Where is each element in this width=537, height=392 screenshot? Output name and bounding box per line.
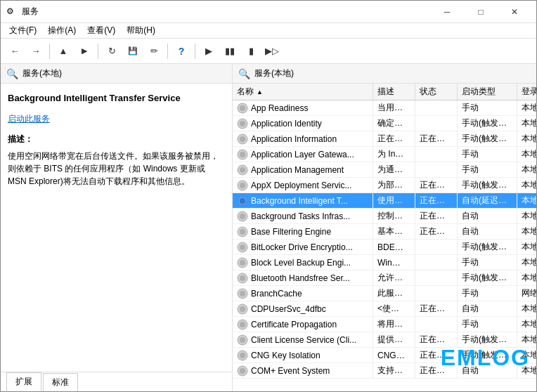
td-name: Application Management bbox=[233, 162, 373, 177]
table-row[interactable]: CDPUserSvc_4dfbc <使… 正在… 自动 本地系统 bbox=[233, 301, 536, 317]
content-area: 🔍 服务(本地) Background Intelligent Transfer… bbox=[1, 64, 536, 391]
service-icon bbox=[237, 103, 248, 114]
right-panel: 🔍 服务(本地) 名称 ▲ 描述 状态 启动类型 登录为 bbox=[233, 64, 536, 391]
td-name: CDPUserSvc_4dfbc bbox=[233, 301, 373, 316]
tab-standard[interactable]: 标准 bbox=[43, 373, 78, 391]
td-status bbox=[415, 286, 458, 301]
td-name: BitLocker Drive Encryptio... bbox=[233, 240, 373, 254]
refresh-button[interactable]: ↻ bbox=[102, 41, 122, 61]
table-row[interactable]: BranchCache 此服… 手动 网络服务 bbox=[233, 286, 536, 301]
service-icon bbox=[237, 195, 248, 207]
table-row[interactable]: COM+ Event System 支持… 正在… 自动 本地服务 bbox=[233, 363, 536, 379]
td-startup: 手动(触发… bbox=[458, 116, 517, 131]
td-logon: 网络服务 bbox=[517, 286, 536, 301]
col-logon[interactable]: 登录为 bbox=[517, 84, 536, 100]
table-row[interactable]: App Readiness 当用… 手动 本地系统 bbox=[233, 100, 536, 116]
table-row[interactable]: Application Management 为通… 手动 本地系统 bbox=[233, 162, 536, 178]
td-desc: CNG… bbox=[373, 348, 415, 362]
table-row[interactable]: Bluetooth Handsfree Ser... 允许… 手动(触发… 本地… bbox=[233, 270, 536, 286]
td-status bbox=[415, 255, 458, 270]
svg-point-11 bbox=[240, 183, 245, 188]
app-icon: ⚙ bbox=[6, 6, 18, 18]
td-startup: 手动(触发… bbox=[458, 270, 517, 285]
td-status: 正在… bbox=[415, 131, 458, 146]
td-status bbox=[415, 116, 458, 131]
td-desc: 基本… bbox=[373, 224, 415, 239]
td-logon: 本地系统 bbox=[517, 209, 536, 223]
pause-button[interactable]: ▮ bbox=[241, 41, 261, 61]
back-button[interactable]: ← bbox=[5, 41, 25, 61]
td-status bbox=[415, 147, 458, 162]
col-desc[interactable]: 描述 bbox=[373, 84, 415, 100]
td-status: 正在… bbox=[415, 178, 458, 192]
td-status: 正在… bbox=[415, 348, 458, 362]
tab-extended[interactable]: 扩展 bbox=[6, 372, 41, 391]
table-row[interactable]: Application Identity 确定… 手动(触发… 本地服务 bbox=[233, 116, 536, 131]
table-row[interactable]: BitLocker Drive Encryptio... BDE… 手动(触发…… bbox=[233, 240, 536, 255]
help-button[interactable]: ? bbox=[172, 41, 191, 61]
stop-button[interactable]: ▮▮ bbox=[220, 41, 240, 61]
service-icon bbox=[237, 149, 248, 160]
menu-help[interactable]: 帮助(H) bbox=[121, 23, 161, 38]
td-logon: 本地服务 bbox=[517, 270, 536, 285]
menu-file[interactable]: 文件(F) bbox=[4, 23, 42, 38]
td-logon: 本地系统 bbox=[517, 348, 536, 362]
close-button[interactable]: ✕ bbox=[498, 1, 531, 23]
menu-view[interactable]: 查看(V) bbox=[82, 23, 121, 38]
svg-point-19 bbox=[240, 244, 245, 250]
table-row[interactable]: Block Level Backup Engi... Win… 手动 本地系统 bbox=[233, 255, 536, 270]
td-startup: 手动(触发… bbox=[458, 348, 517, 362]
td-logon: 本地系统 bbox=[517, 255, 536, 270]
separator-4 bbox=[195, 44, 195, 59]
service-icon bbox=[237, 365, 248, 377]
td-startup: 自动 bbox=[458, 301, 517, 316]
col-status[interactable]: 状态 bbox=[415, 84, 458, 100]
td-desc: 当用… bbox=[373, 100, 415, 115]
restart-button[interactable]: ▶▷ bbox=[262, 41, 282, 61]
up-button[interactable]: ▲ bbox=[53, 41, 73, 61]
td-startup: 自动(延迟… bbox=[458, 193, 517, 208]
td-desc: BDE… bbox=[373, 240, 415, 254]
window-controls: ─ □ ✕ bbox=[431, 1, 531, 23]
service-icon bbox=[237, 350, 248, 361]
table-row[interactable]: CNG Key Isolation CNG… 正在… 手动(触发… 本地系统 bbox=[233, 348, 536, 363]
menu-action[interactable]: 操作(A) bbox=[42, 23, 82, 38]
start-service-link[interactable]: 启动此服务 bbox=[8, 113, 225, 125]
svg-point-17 bbox=[240, 229, 245, 235]
separator-3 bbox=[167, 44, 168, 59]
td-logon: 本地系统 bbox=[517, 240, 536, 254]
table-row[interactable]: Client License Service (Cli... 提供… 正在… 手… bbox=[233, 332, 536, 348]
td-status bbox=[415, 100, 458, 115]
separator-2 bbox=[98, 44, 98, 59]
svg-point-33 bbox=[240, 353, 245, 358]
td-name: Application Identity bbox=[233, 116, 373, 131]
service-icon bbox=[237, 303, 248, 315]
svg-point-13 bbox=[240, 198, 245, 204]
export-button[interactable]: 💾 bbox=[123, 41, 143, 61]
minimize-button[interactable]: ─ bbox=[431, 1, 463, 23]
table-row[interactable]: Background Intelligent T... 使用… 正在… 自动(延… bbox=[233, 193, 536, 209]
table-row[interactable]: Base Filtering Engine 基本… 正在… 自动 本地服务 bbox=[233, 224, 536, 240]
td-status bbox=[415, 240, 458, 254]
show-hide-button[interactable]: ▶ bbox=[75, 41, 94, 61]
play-button[interactable]: ▶ bbox=[199, 41, 219, 61]
table-row[interactable]: Application Layer Gatewa... 为 In… 手动 本地服… bbox=[233, 147, 536, 162]
col-startup[interactable]: 启动类型 bbox=[458, 84, 517, 100]
maximize-button[interactable]: □ bbox=[465, 1, 497, 23]
properties-button[interactable]: ✏ bbox=[144, 41, 164, 61]
window-title: 服务 bbox=[22, 6, 39, 18]
td-startup: 手动 bbox=[458, 162, 517, 177]
right-panel-title: 服务(本地) bbox=[254, 67, 294, 79]
td-name: Block Level Backup Engi... bbox=[233, 255, 373, 270]
svg-point-7 bbox=[240, 152, 245, 157]
service-icon bbox=[237, 211, 248, 222]
services-table-body[interactable]: App Readiness 当用… 手动 本地系统 Application Id… bbox=[233, 100, 536, 391]
td-startup: 手动 bbox=[458, 100, 517, 115]
description-label: 描述： bbox=[8, 133, 225, 145]
table-row[interactable]: Application Information 正在… 正在… 手动(触发… 本… bbox=[233, 131, 536, 147]
forward-button[interactable]: → bbox=[26, 41, 46, 61]
table-row[interactable]: Certificate Propagation 将用… 手动 本地系统 bbox=[233, 317, 536, 332]
col-name[interactable]: 名称 ▲ bbox=[233, 84, 373, 100]
table-row[interactable]: AppX Deployment Servic... 为部… 正在… 手动(触发…… bbox=[233, 178, 536, 193]
table-row[interactable]: Background Tasks Infras... 控制… 正在… 自动 本地… bbox=[233, 209, 536, 224]
